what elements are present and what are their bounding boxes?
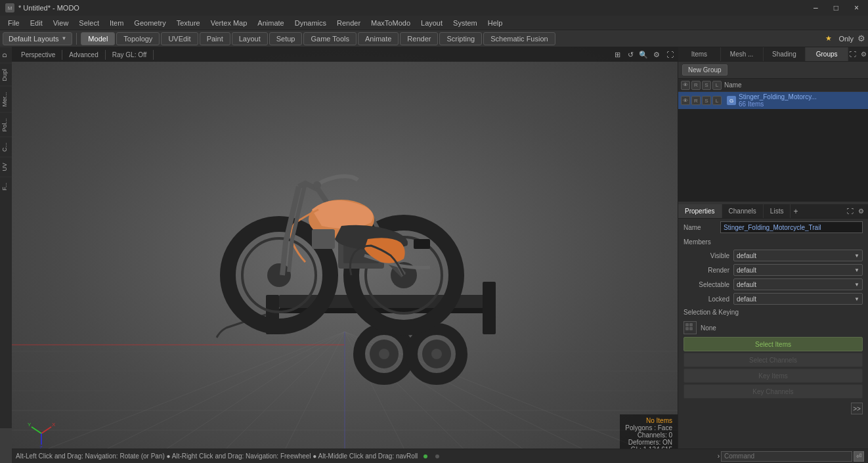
tab-schematic-fusion[interactable]: Schematic Fusion xyxy=(483,32,555,45)
props-settings-icon[interactable]: ⚙ xyxy=(856,207,865,216)
tab-topology[interactable]: Topology xyxy=(116,32,160,45)
group-s-icon[interactable]: S xyxy=(702,96,711,105)
gl-icon-eye[interactable]: 👁 xyxy=(681,81,690,90)
left-tab-dupl[interactable]: Dupl xyxy=(0,63,12,87)
expand-panel-button[interactable]: >> xyxy=(851,403,863,414)
render-row: Render default ▼ xyxy=(678,263,868,277)
menu-file[interactable]: File xyxy=(3,18,25,28)
group-r-icon[interactable]: R xyxy=(691,96,701,105)
viewport-tab-ray[interactable]: Ray GL: Off xyxy=(106,50,154,60)
new-group-button[interactable]: New Group xyxy=(682,64,727,76)
groups-empty-area xyxy=(678,109,868,201)
menu-help[interactable]: Help xyxy=(483,18,508,28)
group-list-item[interactable]: 👁 R S L G Stinger_Folding_Motorcy... 66 … xyxy=(678,92,868,109)
viewport-background xyxy=(12,47,678,463)
rp-tab-groups[interactable]: Groups xyxy=(806,47,848,61)
tab-setup[interactable]: Setup xyxy=(269,32,303,45)
menu-system[interactable]: System xyxy=(448,18,483,28)
tab-paint[interactable]: Paint xyxy=(200,32,230,45)
menu-render[interactable]: Render xyxy=(332,18,366,28)
tab-uvedit[interactable]: UVEdit xyxy=(161,32,198,45)
tab-model[interactable]: Model xyxy=(81,32,115,45)
selection-keying-content: None Select Items Select Channels Key It… xyxy=(678,319,868,400)
locked-dropdown-arrow: ▼ xyxy=(854,296,859,302)
menu-geometry[interactable]: Geometry xyxy=(129,18,171,28)
menu-dynamics[interactable]: Dynamics xyxy=(290,18,332,28)
tab-render[interactable]: Render xyxy=(400,32,438,45)
minimize-button[interactable]: – xyxy=(810,2,822,14)
close-button[interactable]: × xyxy=(850,2,863,14)
locked-dropdown[interactable]: default ▼ xyxy=(733,293,863,305)
groups-list-header: 👁 R S L Name xyxy=(678,79,868,92)
gl-icon-s[interactable]: S xyxy=(702,81,711,90)
rp-icon-settings[interactable]: ⚙ xyxy=(859,50,868,59)
tab-animate[interactable]: Animate xyxy=(358,32,399,45)
name-row: Name xyxy=(678,219,868,236)
menu-item[interactable]: Item xyxy=(104,18,129,28)
name-field-label: Name xyxy=(684,224,716,231)
svg-line-42 xyxy=(32,427,41,433)
key-items-button[interactable]: Key Items xyxy=(684,368,863,383)
vp-icon-zoom[interactable]: 🔍 xyxy=(638,49,649,60)
select-channels-button[interactable]: Select Channels xyxy=(684,353,863,367)
props-tab-lists[interactable]: Lists xyxy=(764,204,791,218)
vp-icon-expand[interactable]: ⛶ xyxy=(664,49,675,60)
props-tab-channels[interactable]: Channels xyxy=(722,204,764,218)
menu-layout[interactable]: Layout xyxy=(416,18,448,28)
render-dropdown[interactable]: default ▼ xyxy=(733,264,863,276)
left-tab-c[interactable]: C... xyxy=(0,137,12,157)
props-expand-icon[interactable]: ⛶ xyxy=(846,207,855,216)
command-input[interactable] xyxy=(721,451,852,462)
groups-list-icons: 👁 R S L xyxy=(681,81,722,90)
menu-select[interactable]: Select xyxy=(74,18,104,28)
vp-icon-grid[interactable]: ⊞ xyxy=(612,49,622,60)
viewport-3d[interactable]: Perspective Advanced Ray GL: Off ⊞ ↺ 🔍 ⚙… xyxy=(12,47,678,463)
main-toolbar: Default Layouts ▼ Model Topology UVEdit … xyxy=(0,30,868,47)
tab-game-tools[interactable]: Game Tools xyxy=(303,32,357,45)
props-tab-plus[interactable]: + xyxy=(793,207,798,216)
menu-edit[interactable]: Edit xyxy=(25,18,48,28)
settings-icon[interactable]: ⚙ xyxy=(857,33,865,43)
vp-icon-rotate[interactable]: ↺ xyxy=(625,49,636,60)
tab-scripting[interactable]: Scripting xyxy=(439,32,482,45)
group-l-icon[interactable]: L xyxy=(712,96,722,105)
rp-icon-expand[interactable]: ⛶ xyxy=(848,50,857,59)
titlebar-controls[interactable]: – □ × xyxy=(810,2,863,14)
layout-dropdown[interactable]: Default Layouts ▼ xyxy=(3,32,72,45)
menu-animate[interactable]: Animate xyxy=(252,18,289,28)
viewport-tab-perspective[interactable]: Perspective xyxy=(14,50,62,60)
menu-vertex-map[interactable]: Vertex Map xyxy=(206,18,253,28)
name-input-field[interactable] xyxy=(720,221,863,233)
left-tab-d[interactable]: D xyxy=(0,47,12,63)
rp-tab-shading[interactable]: Shading xyxy=(764,47,806,61)
select-items-button[interactable]: Select Items xyxy=(684,337,863,351)
toolbar-separator xyxy=(76,33,77,45)
left-tab-pol[interactable]: Pol... xyxy=(0,112,12,137)
props-tab-properties[interactable]: Properties xyxy=(678,204,722,218)
menubar: File Edit View Select Item Geometry Text… xyxy=(0,16,868,30)
rp-tab-items[interactable]: Items xyxy=(678,47,721,61)
none-row: None xyxy=(684,319,863,337)
gl-icon-r[interactable]: R xyxy=(691,81,701,90)
vp-icon-settings[interactable]: ⚙ xyxy=(651,49,662,60)
rp-tab-mesh[interactable]: Mesh ... xyxy=(721,47,764,61)
svg-text:Y: Y xyxy=(28,422,32,428)
menu-view[interactable]: View xyxy=(48,18,74,28)
left-tab-mer[interactable]: Mer... xyxy=(0,86,12,112)
key-channels-button[interactable]: Key Channels xyxy=(684,384,863,399)
group-count-label: 66 Items xyxy=(739,100,865,108)
gl-icon-l[interactable]: L xyxy=(712,81,722,90)
tab-layout[interactable]: Layout xyxy=(232,32,268,45)
menu-texture[interactable]: Texture xyxy=(171,18,206,28)
arrow-icon: › xyxy=(718,452,720,460)
group-eye-icon[interactable]: 👁 xyxy=(681,96,690,105)
visible-dropdown[interactable]: default ▼ xyxy=(733,250,863,261)
left-tab-uv[interactable]: UV xyxy=(0,157,12,177)
star-icon: ★ xyxy=(825,34,832,43)
left-tab-f[interactable]: F... xyxy=(0,177,12,196)
selectable-dropdown[interactable]: default ▼ xyxy=(733,278,863,290)
viewport-tab-advanced[interactable]: Advanced xyxy=(62,50,105,60)
maximize-button[interactable]: □ xyxy=(830,2,842,14)
menu-maxtomodo[interactable]: MaxToModo xyxy=(366,18,416,28)
command-execute-button[interactable]: ⏎ xyxy=(854,451,864,462)
